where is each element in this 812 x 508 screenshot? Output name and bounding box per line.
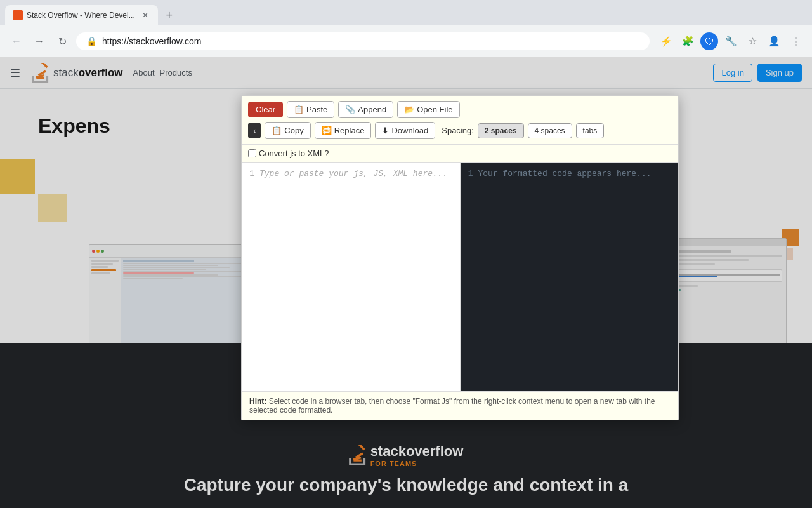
new-tab-btn[interactable]: + [160, 6, 178, 24]
more-btn[interactable]: ⋮ [787, 32, 804, 50]
copy-icon: 📋 [272, 126, 282, 135]
formatter-modal: Clear 📋 Paste 📎 Append 📂 Open File ‹ [241, 95, 679, 420]
address-bar: ← → ↻ 🔒 ⚡ 🧩 🛡 🔧 ☆ 👤 ⋮ [0, 25, 812, 57]
copy-button[interactable]: 📋 Copy [265, 122, 310, 139]
left-line-1: 1 [244, 168, 254, 180]
append-button[interactable]: 📎 Append [338, 101, 393, 118]
modal-options: Convert js to XML? [242, 145, 678, 163]
left-editor[interactable]: 1 Type or paste your js, JS, XML here... [242, 163, 461, 391]
tab-close-btn[interactable]: ✕ [140, 10, 150, 20]
download-icon: ⬇ [382, 126, 389, 135]
nav-back-button[interactable]: ‹ [248, 123, 261, 138]
hint-prefix: Hint: [249, 397, 266, 406]
forward-btn[interactable]: → [30, 32, 48, 50]
modal-toolbar: Clear 📋 Paste 📎 Append 📂 Open File ‹ [242, 96, 678, 145]
hint-bar: Hint: Select code in a browser tab, then… [242, 391, 678, 420]
right-placeholder: Your formatted code appears here... [478, 169, 652, 178]
open-file-label: Open File [417, 105, 452, 114]
tab-title: Stack Overflow - Where Devel... [27, 11, 135, 20]
spacing-label: Spacing: [442, 126, 474, 135]
spacing-tabs-btn[interactable]: tabs [576, 123, 605, 138]
browser-actions: ⚡ 🧩 🛡 🔧 ☆ 👤 ⋮ [657, 32, 804, 50]
toolbar-left: Clear 📋 Paste 📎 Append 📂 Open File [248, 101, 672, 118]
paste-button[interactable]: 📋 Paste [287, 101, 334, 118]
right-line-1: 1 [463, 168, 473, 180]
browser-chrome: Stack Overflow - Where Devel... ✕ + ← → … [0, 0, 812, 57]
spacing-2-btn[interactable]: 2 spaces [478, 123, 524, 138]
replace-label: Replace [334, 126, 365, 135]
append-icon: 📎 [345, 105, 355, 114]
replace-icon: 🔁 [322, 126, 332, 135]
left-line-numbers: 1 [244, 168, 259, 386]
open-file-icon: 📂 [404, 105, 414, 114]
download-label: Download [391, 126, 428, 135]
extensions-btn[interactable]: 🧩 [679, 32, 697, 50]
tab-favicon [13, 10, 23, 20]
shield-btn[interactable]: 🛡 [700, 32, 718, 50]
append-label: Append [358, 105, 386, 114]
right-editor: 1 Your formatted code appears here... [461, 163, 679, 391]
performance-btn[interactable]: ⚡ [657, 32, 675, 50]
open-file-button[interactable]: 📂 Open File [397, 101, 459, 118]
back-btn[interactable]: ← [8, 32, 25, 50]
url-input[interactable] [102, 36, 639, 46]
clear-label: Clear [256, 105, 275, 114]
profile-btn[interactable]: 👤 [765, 32, 783, 50]
nav-back-label: ‹ [253, 126, 256, 135]
active-tab[interactable]: Stack Overflow - Where Devel... ✕ [5, 5, 158, 25]
paste-label: Paste [306, 105, 327, 114]
replace-button[interactable]: 🔁 Replace [315, 122, 372, 139]
page-background: ☰ stackoverflow About Products Log in Si… [0, 57, 812, 508]
reload-btn[interactable]: ↻ [53, 32, 71, 50]
spacing-4-btn[interactable]: 4 spaces [528, 123, 572, 138]
tab-bar: Stack Overflow - Where Devel... ✕ + [0, 0, 812, 25]
right-line-numbers: 1 [463, 168, 478, 386]
convert-js-xml-label: Convert js to XML? [259, 149, 329, 158]
lock-icon: 🔒 [86, 36, 97, 46]
convert-js-xml-option[interactable]: Convert js to XML? [248, 149, 329, 158]
clear-button[interactable]: Clear [248, 102, 283, 117]
download-button[interactable]: ⬇ Download [375, 122, 435, 139]
hint-text: Select code in a browser tab, then choos… [249, 397, 655, 415]
right-editor-content: 1 Your formatted code appears here... [461, 163, 679, 391]
convert-js-xml-checkbox[interactable] [248, 149, 256, 157]
copy-label: Copy [284, 126, 303, 135]
editors-area: 1 Type or paste your js, JS, XML here...… [242, 163, 678, 391]
left-placeholder: Type or paste your js, JS, XML here... [259, 169, 447, 178]
paste-icon: 📋 [294, 105, 304, 114]
browser-ext-btn[interactable]: 🔧 [722, 32, 740, 50]
toolbar-right: ‹ 📋 Copy 🔁 Replace ⬇ Download Spacing: 2… [248, 122, 604, 139]
left-editor-content: 1 Type or paste your js, JS, XML here... [242, 163, 460, 391]
url-bar[interactable]: 🔒 [76, 32, 650, 50]
bookmark-btn[interactable]: ☆ [743, 32, 761, 50]
